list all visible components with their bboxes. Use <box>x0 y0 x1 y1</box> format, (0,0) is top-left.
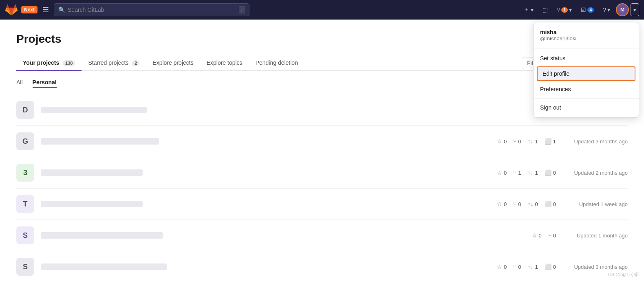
plus-icon: ＋ <box>524 6 529 13</box>
issues-icon: ⬜ <box>545 169 551 176</box>
merge-requests-icon: ⑂ <box>557 7 560 13</box>
search-icon: 🔍 <box>58 7 65 13</box>
sub-tab-personal-label: Personal <box>33 79 57 86</box>
help-button[interactable]: ? ▾ <box>600 5 613 15</box>
project-name-placeholder <box>41 107 147 113</box>
stars-count: ☆0 <box>497 201 507 207</box>
search-slash: / <box>239 6 245 13</box>
preferences-button[interactable]: Preferences <box>534 82 639 97</box>
project-meta: ☆0 ⑂0 ↑↓0 ⬜0 Updated 1 week ago <box>497 201 628 207</box>
issues-count: ⬜1 <box>545 138 556 145</box>
tab-your-projects[interactable]: Your projects 130 <box>16 55 82 71</box>
help-icon: ? <box>603 7 606 13</box>
stars-count: ☆0 <box>532 232 542 239</box>
sub-tab-personal[interactable]: Personal <box>33 79 57 88</box>
app-header: Next ☰ 🔍 / ＋ ▾ ⬚ ⑂ 1 ▾ ☑ 4 ? ▾ <box>0 0 644 20</box>
issues-icon: ⬜ <box>545 138 551 145</box>
fork-icon: ⑂ <box>513 201 516 207</box>
project-list: D ✓ ☆0 ⑂0 ↑↓4 ⬜0 G <box>16 94 628 281</box>
search-input[interactable] <box>68 7 236 13</box>
project-meta: ☆0 ⑂1 ↑↓1 ⬜0 Updated 2 months ago <box>497 169 628 176</box>
project-name-placeholder <box>41 138 159 145</box>
tab-your-projects-label: Your projects <box>23 59 59 66</box>
tab-explore-projects[interactable]: Explore projects <box>146 55 200 71</box>
project-avatar: S <box>16 258 34 276</box>
mr-icon: ↑↓ <box>528 263 534 270</box>
logo-area: Next <box>5 3 37 16</box>
forks-count: ⑂1 <box>513 169 521 176</box>
ide-icon: ⬚ <box>543 7 548 13</box>
mrs-count: ↑↓1 <box>528 263 538 270</box>
stars-count: ☆0 <box>497 138 507 145</box>
mr-chevron-icon: ▾ <box>569 7 572 13</box>
set-status-button[interactable]: Set status <box>534 51 639 66</box>
issues-icon: ⬜ <box>545 201 551 207</box>
mr-icon: ↑↓ <box>528 169 534 176</box>
project-name-placeholder <box>41 169 143 176</box>
table-row: 3 ☆0 ⑂1 ↑↓1 ⬜0 Updated 2 months ago <box>16 157 628 189</box>
updated-time: Updated 1 week ago <box>562 201 628 207</box>
stars-count: ☆0 <box>497 263 507 270</box>
star-icon: ☆ <box>497 169 502 176</box>
create-chevron-icon: ▾ <box>531 7 534 13</box>
todos-icon: ☑ <box>581 7 586 13</box>
dropdown-user-section: misha @misha913loki <box>534 22 639 48</box>
project-avatar: D <box>16 101 34 119</box>
user-menu-button[interactable]: ▾ <box>631 3 639 16</box>
issues-count: ⬜0 <box>545 263 556 270</box>
todos-button[interactable]: ☑ 4 <box>578 5 597 15</box>
create-new-button[interactable]: ＋ ▾ <box>520 4 537 15</box>
forks-count: ⑂0 <box>513 263 521 270</box>
project-name-placeholder <box>41 201 143 207</box>
forks-count: ⑂0 <box>548 232 556 239</box>
merge-requests-button[interactable]: ⑂ 1 ▾ <box>554 5 575 15</box>
issues-count: ⬜0 <box>545 169 556 176</box>
avatar-area[interactable]: M ▾ <box>616 3 639 16</box>
tab-starred-projects-label: Starred projects <box>88 59 128 66</box>
user-avatar[interactable]: M <box>616 3 629 16</box>
hamburger-menu-button[interactable]: ☰ <box>41 4 51 15</box>
tab-starred-projects-count: 2 <box>132 60 139 66</box>
table-row: G ☆0 ⑂0 ↑↓1 ⬜1 Updated 3 months ago <box>16 126 628 157</box>
dropdown-username: misha <box>540 29 632 35</box>
sign-out-button[interactable]: Sign out <box>534 100 639 115</box>
updated-time: Updated 1 month ago <box>562 233 628 239</box>
merge-requests-badge: 1 <box>561 7 568 13</box>
sub-tab-all[interactable]: All <box>16 79 23 88</box>
issues-icon: ⬜ <box>545 263 551 270</box>
forks-count: ⑂0 <box>513 201 521 207</box>
project-avatar: 3 <box>16 164 34 182</box>
help-chevron-icon: ▾ <box>607 7 610 13</box>
tab-pending-deletion-label: Pending deletion <box>256 59 298 66</box>
forks-count: ⑂0 <box>513 138 521 145</box>
tab-starred-projects[interactable]: Starred projects 2 <box>82 55 146 71</box>
tab-your-projects-count: 130 <box>63 60 75 66</box>
table-row: S ☆0 ⑂0 ↑↓1 ⬜0 Updated 3 months ago <box>16 251 628 281</box>
ide-button[interactable]: ⬚ <box>539 5 551 15</box>
tab-explore-topics[interactable]: Explore topics <box>200 55 249 71</box>
project-meta: ☆0 ⑂0 ↑↓1 ⬜1 Updated 3 months ago <box>497 138 628 145</box>
edit-profile-button[interactable]: Edit profile <box>537 66 635 81</box>
next-badge[interactable]: Next <box>21 6 37 13</box>
tab-explore-topics-label: Explore topics <box>207 59 243 66</box>
mr-icon: ↑↓ <box>528 201 534 207</box>
todos-badge: 4 <box>587 7 594 13</box>
sub-tab-all-label: All <box>16 79 23 86</box>
stars-count: ☆0 <box>497 169 507 176</box>
table-row: T ☆0 ⑂0 ↑↓0 ⬜0 Updated 1 week ago <box>16 189 628 220</box>
table-row: S ☆0 ⑂0 Updated 1 month ago <box>16 220 628 251</box>
updated-time: Updated 2 months ago <box>562 170 628 176</box>
project-meta: ☆0 ⑂0 ↑↓1 ⬜0 Updated 3 months ago <box>497 263 628 270</box>
project-avatar: S <box>16 226 34 244</box>
tab-explore-projects-label: Explore projects <box>152 59 193 66</box>
gitlab-logo-icon <box>5 3 18 16</box>
issues-count: ⬜0 <box>545 201 556 207</box>
project-avatar: T <box>16 195 34 213</box>
mr-icon: ↑↓ <box>528 138 534 145</box>
updated-time: Updated 3 months ago <box>562 264 628 270</box>
project-name-placeholder <box>41 232 163 239</box>
watermark: CSDN @IT小郭. <box>608 272 641 278</box>
user-dropdown-menu: misha @misha913loki Set status Edit prof… <box>533 22 639 118</box>
search-bar[interactable]: 🔍 / <box>54 3 249 16</box>
tab-pending-deletion[interactable]: Pending deletion <box>249 55 304 71</box>
